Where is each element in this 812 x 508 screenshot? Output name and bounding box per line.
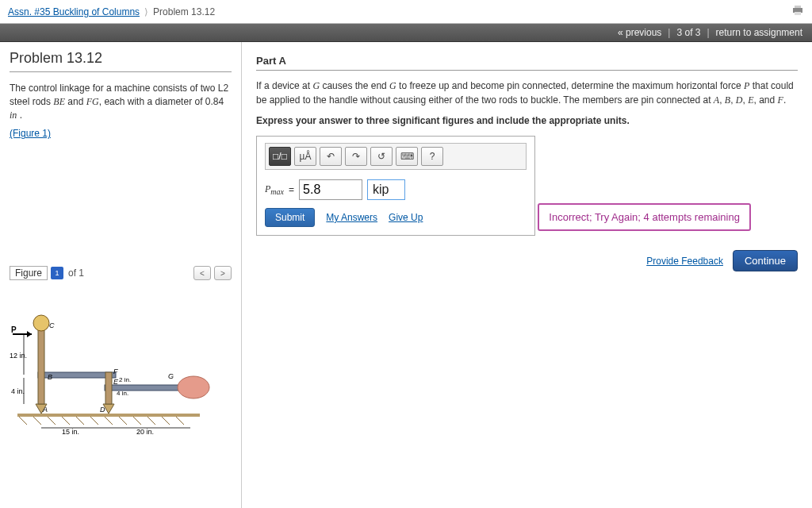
redo-button[interactable]: ↷ <box>345 147 367 166</box>
svg-text:B: B <box>48 373 52 381</box>
answer-toolbar: □/□ µÅ ↶ ↷ ↺ ⌨ ? <box>265 143 527 170</box>
answer-value-input[interactable] <box>299 179 362 200</box>
svg-text:G: G <box>168 372 174 380</box>
nav-position: 3 of 3 <box>676 27 700 38</box>
problem-title: Problem 13.12 <box>10 50 232 72</box>
breadcrumb-link-assignment[interactable]: Assn. #35 Buckling of Columns <box>8 6 140 17</box>
svg-rect-21 <box>105 372 112 404</box>
svg-text:F: F <box>113 368 118 375</box>
svg-text:P: P <box>11 325 17 334</box>
figure-link[interactable]: (Figure 1) <box>10 128 51 139</box>
svg-rect-2 <box>795 12 801 15</box>
svg-line-14 <box>162 417 170 425</box>
prev-problem-link[interactable]: « previous <box>618 27 661 38</box>
svg-line-15 <box>176 417 184 425</box>
continue-button[interactable]: Continue <box>733 250 798 271</box>
svg-line-5 <box>33 417 41 425</box>
svg-line-4 <box>19 417 27 425</box>
figure-prev-button[interactable]: < <box>193 266 211 280</box>
answer-line: Pmax = kip <box>265 179 527 200</box>
reset-button[interactable]: ↺ <box>370 147 393 166</box>
nav-divider: | <box>707 27 709 38</box>
figure-index-spinner[interactable]: 1 <box>51 267 63 279</box>
help-button[interactable]: ? <box>421 147 443 166</box>
svg-text:12 in.: 12 in. <box>10 352 27 360</box>
part-question: If a device at G causes the end G to fre… <box>256 79 798 107</box>
problem-panel: Problem 13.12 The control linkage for a … <box>0 42 242 508</box>
undo-button[interactable]: ↶ <box>320 147 342 166</box>
svg-rect-20 <box>38 326 44 404</box>
breadcrumb-sep-icon: ⟩ <box>144 6 148 17</box>
figure-label: Figure <box>10 266 48 280</box>
svg-point-23 <box>178 376 209 398</box>
part-panel: Part A If a device at G causes the end G… <box>242 42 812 508</box>
problem-statement: The control linkage for a machine consis… <box>10 82 232 121</box>
assignment-nav: « previous | 3 of 3 | return to assignme… <box>0 24 812 42</box>
svg-line-9 <box>90 417 98 425</box>
answer-panel: □/□ µÅ ↶ ↷ ↺ ⌨ ? Pmax = kip Submit My An… <box>256 136 535 236</box>
svg-line-13 <box>147 417 155 425</box>
figure-count: of 1 <box>68 267 84 279</box>
answer-instruction: Express your answer to three significant… <box>256 114 798 128</box>
print-icon[interactable] <box>791 5 804 18</box>
svg-text:4 in.: 4 in. <box>117 390 128 397</box>
svg-rect-1 <box>795 6 801 8</box>
svg-text:4 in.: 4 in. <box>11 387 25 395</box>
part-header: Part A <box>256 55 798 71</box>
svg-text:15 in.: 15 in. <box>62 428 79 436</box>
svg-line-7 <box>62 417 70 425</box>
answer-variable: Pmax <box>265 183 284 196</box>
feedback-message: Incorrect; Try Again; 4 attempts remaini… <box>538 203 751 231</box>
breadcrumb: Assn. #35 Buckling of Columns ⟩ Problem … <box>0 0 812 24</box>
svg-text:2 in.: 2 in. <box>119 376 131 383</box>
svg-line-12 <box>133 417 141 425</box>
figure-next-button[interactable]: > <box>214 266 232 280</box>
my-answers-link[interactable]: My Answers <box>326 212 377 223</box>
provide-feedback-link[interactable]: Provide Feedback <box>646 256 723 267</box>
svg-text:20 in.: 20 in. <box>136 428 154 436</box>
equals-sign: = <box>289 184 294 195</box>
keyboard-button[interactable]: ⌨ <box>396 147 418 166</box>
breadcrumb-current: Problem 13.12 <box>153 6 215 17</box>
nav-divider: | <box>668 27 670 38</box>
svg-text:D: D <box>100 406 105 414</box>
figure-image: P C 12 in. 4 in. B A D E F G 2 in. 4 in.… <box>10 294 220 437</box>
svg-line-11 <box>119 417 127 425</box>
return-assignment-link[interactable]: return to assignment <box>716 27 802 38</box>
svg-point-22 <box>33 315 49 331</box>
symbols-button[interactable]: µÅ <box>294 147 316 166</box>
answer-unit-field[interactable]: kip <box>367 179 405 200</box>
svg-text:C: C <box>49 321 55 329</box>
svg-marker-25 <box>27 331 32 337</box>
svg-text:A: A <box>42 406 48 414</box>
svg-line-8 <box>76 417 84 425</box>
fraction-template-button[interactable]: □/□ <box>269 147 291 166</box>
svg-text:E: E <box>113 378 119 386</box>
figure-toolbar: Figure 1 of 1 < > <box>10 266 232 280</box>
give-up-link[interactable]: Give Up <box>389 212 423 223</box>
svg-line-6 <box>48 417 56 425</box>
svg-line-10 <box>105 417 113 425</box>
submit-button[interactable]: Submit <box>265 208 315 227</box>
